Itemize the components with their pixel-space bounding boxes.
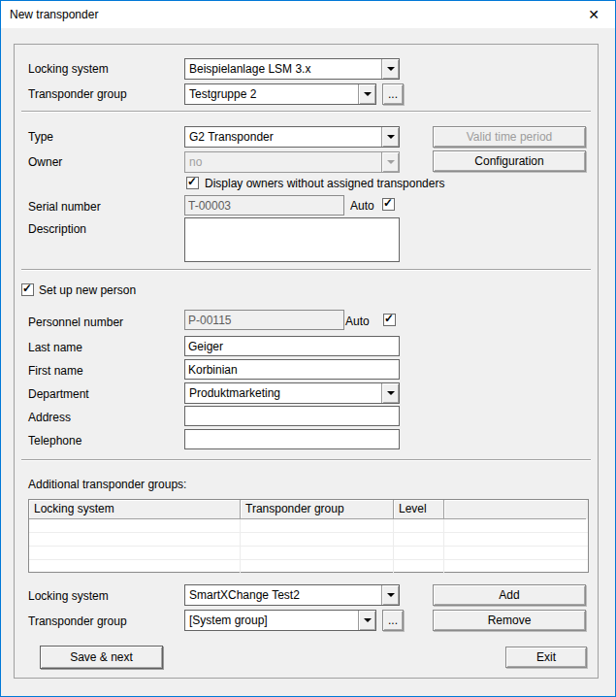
transponder-group-select[interactable]: Testgruppe 2 <box>184 83 376 105</box>
table-row <box>29 560 588 574</box>
personnel-number-input <box>184 310 344 330</box>
chevron-down-icon <box>381 152 399 172</box>
table-cell <box>444 560 586 573</box>
serial-number-label: Serial number <box>28 200 101 214</box>
type-value: G2 Transponder <box>185 130 381 144</box>
table-header-row: Locking systemTransponder groupLevel <box>29 500 588 519</box>
type-select[interactable]: G2 Transponder <box>184 126 400 148</box>
locking-system-value: Beispielanlage LSM 3.x <box>185 62 381 76</box>
exit-button[interactable]: Exit <box>505 647 587 668</box>
table-cell <box>241 519 394 532</box>
add-locking-system-select[interactable]: SmartXChange Test2 <box>184 584 400 606</box>
table-header-level[interactable]: Level <box>394 500 444 519</box>
owner-select: no <box>184 151 400 173</box>
window-title: New transponder <box>10 8 98 21</box>
department-label: Department <box>28 387 89 401</box>
table-cell <box>394 547 444 559</box>
owner-label: Owner <box>28 155 62 169</box>
setup-person-checkbox[interactable] <box>21 283 34 296</box>
table-cell <box>394 560 444 573</box>
last-name-input[interactable] <box>184 336 400 356</box>
serial-auto-label: Auto <box>350 199 374 213</box>
table-cell <box>394 519 444 532</box>
add-locking-system-label: Locking system <box>28 589 109 603</box>
serial-auto-checkbox[interactable] <box>382 198 395 211</box>
first-name-input[interactable] <box>184 359 400 380</box>
separator-top <box>21 111 591 113</box>
table-row <box>29 547 588 560</box>
telephone-label: Telephone <box>28 434 81 448</box>
table-cell <box>29 533 241 546</box>
type-label: Type <box>28 130 53 144</box>
table-header-locking-system[interactable]: Locking system <box>29 500 241 519</box>
add-transponder-group-label: Transponder group <box>28 614 127 628</box>
display-owners-label: Display owners without assigned transpon… <box>205 177 444 190</box>
personnel-number-label: Personnel number <box>28 315 123 329</box>
table-cell <box>29 560 241 573</box>
save-next-button[interactable]: Save & next <box>40 646 163 669</box>
add-transponder-group-select[interactable]: [System group] <box>184 610 376 631</box>
setup-person-label: Set up new person <box>39 283 136 297</box>
chevron-down-icon[interactable] <box>381 383 399 403</box>
chevron-down-icon[interactable] <box>381 585 399 605</box>
close-icon: ✕ <box>588 7 600 22</box>
table-row <box>29 533 588 547</box>
locking-system-label: Locking system <box>28 62 109 76</box>
table-cell <box>444 547 586 559</box>
first-name-label: First name <box>28 364 83 378</box>
configuration-button[interactable]: Configuration <box>433 150 586 172</box>
table-cell <box>241 560 394 573</box>
separator-person <box>21 459 591 461</box>
separator-transponder <box>21 269 591 271</box>
title-bar: New transponder ✕ <box>1 1 615 28</box>
add-locking-system-value: SmartXChange Test2 <box>185 588 381 602</box>
table-cell <box>29 519 241 532</box>
address-label: Address <box>28 411 71 424</box>
browse-add-transponder-group-button[interactable]: ... <box>382 610 404 631</box>
table-header-transponder-group[interactable]: Transponder group <box>241 500 394 519</box>
owner-value: no <box>185 155 381 169</box>
transponder-group-value: Testgruppe 2 <box>185 87 358 101</box>
table-row <box>29 519 588 533</box>
table-cell <box>241 533 394 546</box>
remove-button[interactable]: Remove <box>433 610 586 631</box>
browse-transponder-group-button[interactable]: ... <box>382 83 404 105</box>
table-cell <box>241 547 394 559</box>
table-cell <box>394 533 444 546</box>
department-select[interactable]: Produktmarketing <box>184 382 400 404</box>
personnel-auto-checkbox[interactable] <box>383 314 396 326</box>
table-cell <box>444 519 586 532</box>
chevron-down-icon[interactable] <box>358 84 375 104</box>
description-label: Description <box>28 222 86 236</box>
last-name-label: Last name <box>28 341 82 354</box>
additional-groups-table[interactable]: Locking systemTransponder groupLevel <box>28 499 589 573</box>
department-value: Produktmarketing <box>185 386 381 400</box>
close-button[interactable]: ✕ <box>574 1 613 28</box>
telephone-input[interactable] <box>184 429 400 449</box>
address-input[interactable] <box>184 406 400 426</box>
description-input[interactable] <box>184 217 400 262</box>
personnel-auto-label: Auto <box>345 315 370 328</box>
display-owners-checkbox[interactable] <box>186 177 199 189</box>
add-transponder-group-value: [System group] <box>185 614 358 627</box>
table-cell <box>444 533 586 546</box>
add-button[interactable]: Add <box>433 584 586 606</box>
valid-time-period-button: Valid time period <box>433 126 586 148</box>
transponder-group-label: Transponder group <box>28 87 127 101</box>
table-cell <box>29 547 241 559</box>
serial-number-input <box>184 195 344 216</box>
chevron-down-icon[interactable] <box>358 611 375 630</box>
new-transponder-dialog: New transponder ✕ Locking system Beispie… <box>0 0 616 697</box>
chevron-down-icon[interactable] <box>381 59 399 79</box>
chevron-down-icon[interactable] <box>381 127 399 147</box>
locking-system-select[interactable]: Beispielanlage LSM 3.x <box>184 58 400 80</box>
table-header-blank[interactable] <box>444 500 586 519</box>
table-body <box>29 519 588 574</box>
additional-groups-title: Additional transponder groups: <box>28 478 186 491</box>
